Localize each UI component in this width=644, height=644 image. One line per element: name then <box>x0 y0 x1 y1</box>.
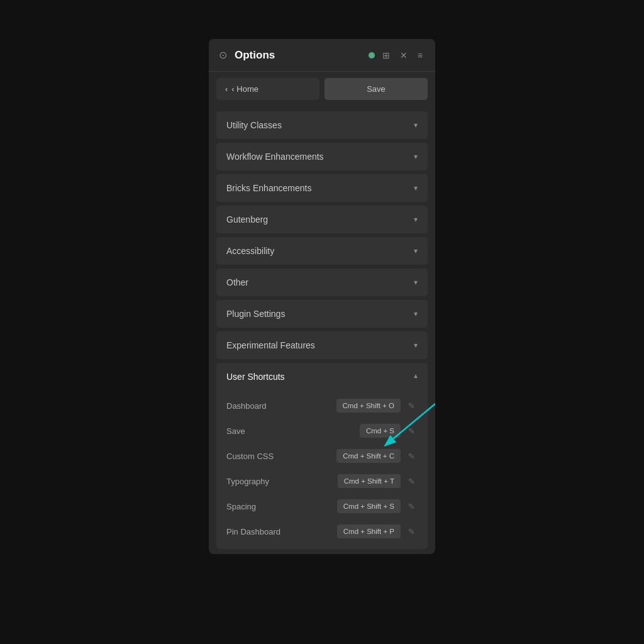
accordion-header-gutenberg[interactable]: Gutenberg ▾ <box>216 206 428 233</box>
chevron-up-icon: ▾ <box>414 372 418 381</box>
settings-icon[interactable]: ⊞ <box>380 48 392 62</box>
edit-icon-pin-dashboard[interactable]: ✎ <box>406 526 418 538</box>
home-label: ‹ Home <box>231 84 258 94</box>
bricks-enhancements-label: Bricks Enhancements <box>226 183 311 193</box>
accordion-item-gutenberg: Gutenberg ▾ <box>216 206 428 233</box>
accordion-list: Utility Classes ▾ Workflow Enhancements … <box>209 106 435 554</box>
shortcut-key-dashboard: Cmd + Shift + O <box>336 399 401 413</box>
shortcut-row-custom-css: Custom CSS Cmd + Shift + C ✎ <box>216 443 428 469</box>
accordion-item-utility-classes: Utility Classes ▾ <box>216 111 428 139</box>
options-panel: ⊙ Options ⊞ ✕ ≡ ‹ ‹ Home Save Utility Cl… <box>209 39 435 554</box>
accordion-item-user-shortcuts: User Shortcuts ▾ Dashboard Cmd + Shift +… <box>216 363 428 549</box>
shortcut-label-typography: Typography <box>226 477 333 486</box>
close-icon[interactable]: ✕ <box>397 48 410 62</box>
shortcut-row-typography: Typography Cmd + Shift + T ✎ <box>216 469 428 494</box>
gutenberg-label: Gutenberg <box>226 214 268 225</box>
eye-icon: ⊙ <box>219 49 227 61</box>
shortcut-row-pin-dashboard: Pin Dashboard Cmd + Shift + P ✎ <box>216 519 428 544</box>
accordion-header-bricks-enhancements[interactable]: Bricks Enhancements ▾ <box>216 174 428 202</box>
chevron-down-icon: ▾ <box>414 309 418 318</box>
edit-icon-typography[interactable]: ✎ <box>406 475 418 487</box>
workflow-enhancements-label: Workflow Enhancements <box>226 152 324 162</box>
accordion-item-workflow-enhancements: Workflow Enhancements ▾ <box>216 143 428 170</box>
shortcut-label-spacing: Spacing <box>226 502 332 511</box>
chevron-down-icon: ▾ <box>414 184 418 192</box>
shortcut-label-pin-dashboard: Pin Dashboard <box>226 527 332 536</box>
home-button[interactable]: ‹ ‹ Home <box>216 78 319 100</box>
accordion-header-workflow-enhancements[interactable]: Workflow Enhancements ▾ <box>216 143 428 170</box>
user-shortcuts-label: User Shortcuts <box>226 372 285 382</box>
shortcut-key-pin-dashboard: Cmd + Shift + P <box>337 525 401 538</box>
experimental-features-label: Experimental Features <box>226 340 315 350</box>
shortcut-label-dashboard: Dashboard <box>226 401 331 411</box>
edit-icon-save[interactable]: ✎ <box>406 425 418 437</box>
shortcuts-content: Dashboard Cmd + Shift + O ✎ Save Cmd + S… <box>216 391 428 549</box>
accordion-header-user-shortcuts[interactable]: User Shortcuts ▾ <box>216 363 428 391</box>
other-label: Other <box>226 277 248 287</box>
chevron-down-icon: ▾ <box>414 152 418 161</box>
chevron-down-icon: ▾ <box>414 121 418 130</box>
chevron-down-icon: ▾ <box>414 215 418 224</box>
accordion-item-bricks-enhancements: Bricks Enhancements ▾ <box>216 174 428 202</box>
accordion-item-accessibility: Accessibility ▾ <box>216 237 428 265</box>
chevron-down-icon: ▾ <box>414 341 418 350</box>
utility-classes-label: Utility Classes <box>226 120 282 130</box>
accordion-header-utility-classes[interactable]: Utility Classes ▾ <box>216 111 428 139</box>
panel-wrapper: ⊙ Options ⊞ ✕ ≡ ‹ ‹ Home Save Utility Cl… <box>209 39 435 605</box>
accordion-item-experimental-features: Experimental Features ▾ <box>216 331 428 359</box>
accordion-item-other: Other ▾ <box>216 269 428 296</box>
shortcut-key-typography: Cmd + Shift + T <box>338 474 401 488</box>
plugin-settings-label: Plugin Settings <box>226 309 285 319</box>
accordion-header-accessibility[interactable]: Accessibility ▾ <box>216 237 428 265</box>
shortcut-label-custom-css: Custom CSS <box>226 452 331 461</box>
edit-icon-spacing[interactable]: ✎ <box>406 501 418 513</box>
accordion-item-plugin-settings: Plugin Settings ▾ <box>216 300 428 328</box>
shortcut-label-save: Save <box>226 426 355 436</box>
accordion-header-experimental-features[interactable]: Experimental Features ▾ <box>216 331 428 359</box>
nav-bar: ‹ ‹ Home Save <box>209 72 435 106</box>
save-button[interactable]: Save <box>325 78 428 100</box>
edit-icon-dashboard[interactable]: ✎ <box>406 400 418 412</box>
shortcut-key-custom-css: Cmd + Shift + C <box>336 449 401 463</box>
chevron-down-icon: ▾ <box>414 278 418 287</box>
edit-icon-custom-css[interactable]: ✎ <box>406 450 418 462</box>
shortcut-row-save: Save Cmd + S ✎ <box>216 418 428 443</box>
shortcut-row-dashboard: Dashboard Cmd + Shift + O ✎ <box>216 393 428 418</box>
shortcut-key-spacing: Cmd + Shift + S <box>337 499 401 513</box>
menu-icon[interactable]: ≡ <box>415 48 425 62</box>
accordion-header-plugin-settings[interactable]: Plugin Settings ▾ <box>216 300 428 328</box>
back-arrow-icon: ‹ <box>225 84 228 94</box>
shortcut-row-spacing: Spacing Cmd + Shift + S ✎ <box>216 494 428 519</box>
shortcut-key-save: Cmd + S <box>360 424 401 438</box>
panel-title: Options <box>235 49 364 62</box>
accordion-header-other[interactable]: Other ▾ <box>216 269 428 296</box>
panel-header: ⊙ Options ⊞ ✕ ≡ <box>209 39 435 72</box>
status-dot <box>369 52 375 58</box>
accessibility-label: Accessibility <box>226 246 274 256</box>
chevron-down-icon: ▾ <box>414 247 418 255</box>
